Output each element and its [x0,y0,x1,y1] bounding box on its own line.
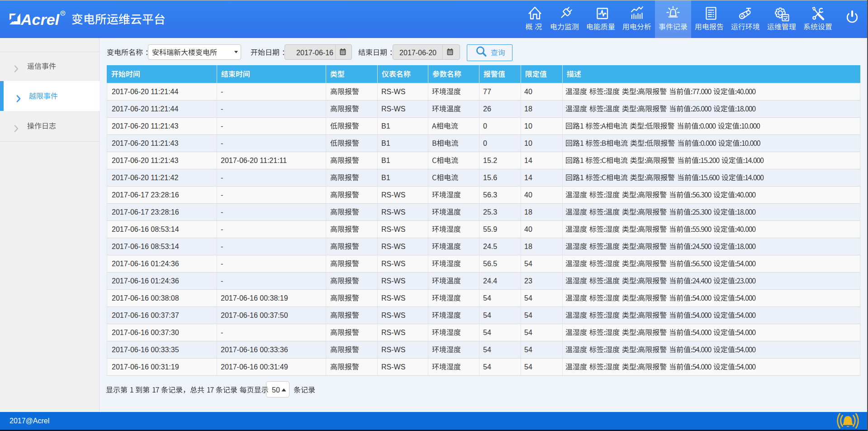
svg-text:2017@Acrel: 2017@Acrel [9,417,49,425]
svg-text:Acrel: Acrel [20,11,60,28]
svg-text:54: 54 [483,311,491,319]
svg-text:23: 23 [524,277,532,285]
svg-text:-: - [221,122,223,130]
svg-text:-: - [221,329,223,336]
svg-text:40: 40 [524,88,532,96]
svg-text:56.3: 56.3 [483,191,497,199]
svg-text:18: 18 [524,243,532,250]
svg-text:-: - [221,139,223,147]
svg-text:RS-WS: RS-WS [381,363,405,371]
svg-text:-: - [221,174,223,182]
svg-text:R: R [62,11,65,15]
svg-text:54: 54 [524,329,532,336]
svg-text:54: 54 [524,294,532,302]
svg-text:56.5: 56.5 [483,260,497,268]
svg-text:54: 54 [524,311,532,319]
svg-text:54: 54 [483,346,491,354]
svg-text:RS-WS: RS-WS [381,225,405,233]
svg-text:14: 14 [524,157,532,164]
svg-text:50: 50 [272,386,280,394]
svg-text:RS-WS: RS-WS [381,88,405,96]
svg-text:55.9: 55.9 [483,225,497,233]
svg-text:15.6: 15.6 [483,174,497,182]
svg-text:2017-06-20 11:21:44: 2017-06-20 11:21:44 [112,88,178,96]
svg-text:10: 10 [524,122,532,130]
svg-text:RS-WS: RS-WS [381,208,405,216]
svg-text:2017-06-16 00:33:36: 2017-06-16 00:33:36 [221,346,288,354]
svg-text:B1: B1 [381,139,390,147]
svg-text:2017-06-16 08:53:14: 2017-06-16 08:53:14 [112,225,179,233]
svg-text:54: 54 [483,294,491,302]
svg-text:RS-WS: RS-WS [381,294,405,302]
svg-text:0: 0 [483,139,487,147]
svg-text:2017-06-16 01:24:36: 2017-06-16 01:24:36 [112,277,179,285]
svg-text:2017-06-20 11:21:43: 2017-06-20 11:21:43 [112,122,178,130]
svg-text:RS-WS: RS-WS [381,243,405,250]
svg-text:2017-06-16 01:24:36: 2017-06-16 01:24:36 [112,260,179,268]
svg-text:26: 26 [483,105,491,113]
svg-text:54: 54 [524,346,532,354]
svg-text:RS-WS: RS-WS [381,277,405,285]
svg-text:18: 18 [524,208,532,216]
svg-text:10: 10 [524,139,532,147]
svg-text:54: 54 [483,363,491,371]
svg-text:54: 54 [524,260,532,268]
svg-text:-: - [221,277,223,285]
svg-text:2017-06-20 11:21:44: 2017-06-20 11:21:44 [112,105,178,113]
svg-text:2017-06-20 11:21:43: 2017-06-20 11:21:43 [112,157,178,164]
svg-text:24.4: 24.4 [483,277,497,285]
svg-text:77: 77 [483,88,491,96]
svg-text:2017-06-16 00:37:50: 2017-06-16 00:37:50 [221,311,288,319]
svg-text:2017-06-16 00:37:30: 2017-06-16 00:37:30 [112,329,179,336]
svg-text:24.5: 24.5 [483,243,497,250]
svg-text:-: - [221,225,223,233]
svg-text:B1: B1 [381,122,390,130]
svg-text:15.2: 15.2 [483,157,497,164]
svg-text:RS-WS: RS-WS [381,191,405,199]
svg-text:25.3: 25.3 [483,208,497,216]
svg-text:40: 40 [524,225,532,233]
svg-text:2017-06-16 00:31:19: 2017-06-16 00:31:19 [112,363,179,371]
svg-text:B1: B1 [381,157,390,164]
svg-text:RS-WS: RS-WS [381,260,405,268]
svg-text:54: 54 [524,363,532,371]
svg-text:54: 54 [483,329,491,336]
svg-text:2017-06-20 11:21:11: 2017-06-20 11:21:11 [221,157,287,164]
svg-text:2017-06-16 00:38:19: 2017-06-16 00:38:19 [221,294,288,302]
svg-text:-: - [221,105,223,113]
svg-text:2017-06-16 00:37:37: 2017-06-16 00:37:37 [112,311,179,319]
svg-text:-: - [221,208,223,216]
svg-text:2017-06-20 11:21:42: 2017-06-20 11:21:42 [112,174,178,182]
svg-text:-: - [221,243,223,250]
svg-text:40: 40 [524,191,532,199]
svg-text:2017-06-16: 2017-06-16 [296,49,333,57]
svg-text:2017-06-17 23:28:16: 2017-06-17 23:28:16 [112,191,179,199]
svg-text:RS-WS: RS-WS [381,329,405,336]
svg-text:2017-06-17 23:28:16: 2017-06-17 23:28:16 [112,208,179,216]
svg-text:-: - [221,191,223,199]
svg-text:2017-06-20 11:21:43: 2017-06-20 11:21:43 [112,139,178,147]
svg-text:RS-WS: RS-WS [381,346,405,354]
svg-text:18: 18 [524,105,532,113]
svg-text:2017-06-16 00:38:08: 2017-06-16 00:38:08 [112,294,179,302]
svg-text:2017-06-16 08:53:14: 2017-06-16 08:53:14 [112,243,179,250]
svg-text:B1: B1 [381,174,390,182]
svg-text:RS-WS: RS-WS [381,105,405,113]
svg-text:0: 0 [483,122,487,130]
svg-text:2017-06-16 00:33:35: 2017-06-16 00:33:35 [112,346,179,354]
svg-text:-: - [221,260,223,268]
svg-text:RS-WS: RS-WS [381,311,405,319]
svg-text:2017-06-20: 2017-06-20 [399,49,436,57]
svg-text:14: 14 [524,174,532,182]
svg-text:2017-06-16 00:31:49: 2017-06-16 00:31:49 [221,363,288,371]
svg-text:-: - [221,88,223,96]
